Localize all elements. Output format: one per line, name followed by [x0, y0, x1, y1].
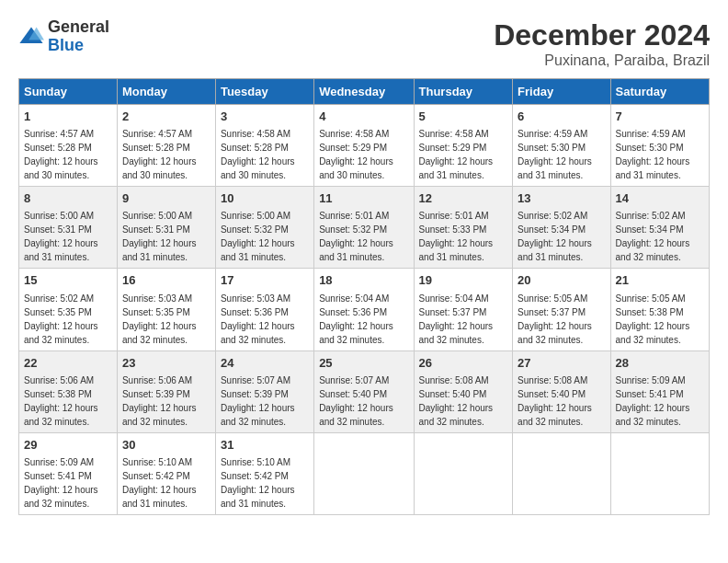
calendar-day-cell: 13Sunrise: 5:02 AMSunset: 5:34 PMDayligh… [513, 187, 610, 269]
calendar-day-cell: 3Sunrise: 4:58 AMSunset: 5:28 PMDaylight… [215, 105, 313, 187]
calendar-day-cell: 16Sunrise: 5:03 AMSunset: 5:35 PMDayligh… [117, 269, 215, 350]
day-number: 14 [616, 190, 704, 207]
logo-general: General [48, 18, 109, 37]
weekday-header-cell: Thursday [414, 79, 513, 105]
calendar-week-row: 22Sunrise: 5:06 AMSunset: 5:38 PMDayligh… [19, 350, 710, 432]
day-number: 2 [122, 109, 210, 125]
calendar-day-cell: 21Sunrise: 5:05 AMSunset: 5:38 PMDayligh… [610, 269, 709, 350]
calendar-day-cell: 27Sunrise: 5:08 AMSunset: 5:40 PMDayligh… [513, 350, 610, 432]
day-info: Sunrise: 4:59 AMSunset: 5:30 PMDaylight:… [518, 129, 592, 180]
day-number: 12 [419, 190, 508, 207]
day-number: 3 [221, 109, 309, 125]
calendar-day-cell: 8Sunrise: 5:00 AMSunset: 5:31 PMDaylight… [19, 187, 118, 269]
day-info: Sunrise: 5:03 AMSunset: 5:36 PMDaylight:… [221, 293, 295, 345]
day-number: 13 [518, 190, 605, 207]
day-info: Sunrise: 5:07 AMSunset: 5:40 PMDaylight:… [319, 375, 393, 427]
calendar-day-cell [314, 432, 414, 514]
header: General Blue December 2024 Puxinana, Par… [18, 18, 710, 69]
month-title: December 2024 [494, 18, 710, 52]
calendar-day-cell: 6Sunrise: 4:59 AMSunset: 5:30 PMDaylight… [513, 105, 610, 187]
calendar-day-cell: 17Sunrise: 5:03 AMSunset: 5:36 PMDayligh… [215, 269, 313, 350]
calendar-day-cell: 19Sunrise: 5:04 AMSunset: 5:37 PMDayligh… [414, 269, 513, 350]
day-info: Sunrise: 5:08 AMSunset: 5:40 PMDaylight:… [518, 375, 592, 427]
day-info: Sunrise: 5:07 AMSunset: 5:39 PMDaylight:… [221, 375, 295, 427]
weekday-header-cell: Saturday [610, 79, 709, 105]
weekday-header-row: SundayMondayTuesdayWednesdayThursdayFrid… [19, 79, 710, 105]
logo-text: General Blue [48, 18, 109, 55]
calendar-day-cell: 12Sunrise: 5:01 AMSunset: 5:33 PMDayligh… [414, 187, 513, 269]
day-number: 30 [122, 437, 210, 454]
day-number: 6 [518, 109, 605, 125]
day-info: Sunrise: 5:01 AMSunset: 5:32 PMDaylight:… [319, 211, 393, 262]
calendar-day-cell: 30Sunrise: 5:10 AMSunset: 5:42 PMDayligh… [117, 432, 215, 514]
day-number: 4 [319, 109, 408, 125]
calendar-day-cell: 18Sunrise: 5:04 AMSunset: 5:36 PMDayligh… [314, 269, 414, 350]
day-number: 17 [221, 272, 309, 289]
weekday-header-cell: Monday [117, 79, 215, 105]
day-info: Sunrise: 5:02 AMSunset: 5:35 PMDaylight:… [24, 293, 98, 345]
day-info: Sunrise: 5:09 AMSunset: 5:41 PMDaylight:… [616, 375, 690, 427]
calendar-day-cell [513, 432, 610, 514]
day-info: Sunrise: 5:03 AMSunset: 5:35 PMDaylight:… [122, 293, 197, 345]
day-number: 27 [518, 355, 605, 372]
day-number: 22 [24, 355, 112, 372]
day-number: 7 [616, 109, 704, 125]
day-info: Sunrise: 4:57 AMSunset: 5:28 PMDaylight:… [24, 129, 98, 180]
weekday-header-cell: Sunday [19, 79, 118, 105]
day-info: Sunrise: 5:05 AMSunset: 5:38 PMDaylight:… [616, 293, 690, 345]
day-info: Sunrise: 5:09 AMSunset: 5:41 PMDaylight:… [24, 457, 98, 509]
day-number: 20 [518, 272, 605, 289]
day-number: 24 [221, 355, 309, 372]
calendar-week-row: 15Sunrise: 5:02 AMSunset: 5:35 PMDayligh… [19, 269, 710, 350]
calendar-day-cell: 24Sunrise: 5:07 AMSunset: 5:39 PMDayligh… [215, 350, 313, 432]
day-number: 18 [319, 272, 408, 289]
location-title: Puxinana, Paraiba, Brazil [494, 52, 710, 69]
calendar-day-cell: 10Sunrise: 5:00 AMSunset: 5:32 PMDayligh… [215, 187, 313, 269]
calendar-day-cell: 22Sunrise: 5:06 AMSunset: 5:38 PMDayligh… [19, 350, 118, 432]
calendar-week-row: 8Sunrise: 5:00 AMSunset: 5:31 PMDaylight… [19, 187, 710, 269]
day-info: Sunrise: 4:57 AMSunset: 5:28 PMDaylight:… [122, 129, 197, 180]
calendar-body: 1Sunrise: 4:57 AMSunset: 5:28 PMDaylight… [19, 105, 710, 515]
day-number: 25 [319, 355, 408, 372]
day-number: 21 [616, 272, 704, 289]
calendar-day-cell [414, 432, 513, 514]
day-info: Sunrise: 5:06 AMSunset: 5:38 PMDaylight:… [24, 375, 98, 427]
day-number: 10 [221, 190, 309, 207]
day-info: Sunrise: 4:58 AMSunset: 5:29 PMDaylight:… [319, 129, 393, 180]
day-info: Sunrise: 5:02 AMSunset: 5:34 PMDaylight:… [518, 211, 592, 262]
day-info: Sunrise: 5:00 AMSunset: 5:31 PMDaylight:… [24, 211, 98, 262]
day-info: Sunrise: 5:10 AMSunset: 5:42 PMDaylight:… [221, 457, 295, 509]
calendar-day-cell [610, 432, 709, 514]
title-area: December 2024 Puxinana, Paraiba, Brazil [494, 18, 710, 69]
day-info: Sunrise: 4:58 AMSunset: 5:28 PMDaylight:… [221, 129, 295, 180]
calendar-day-cell: 1Sunrise: 4:57 AMSunset: 5:28 PMDaylight… [19, 105, 118, 187]
calendar-day-cell: 20Sunrise: 5:05 AMSunset: 5:37 PMDayligh… [513, 269, 610, 350]
day-info: Sunrise: 5:05 AMSunset: 5:37 PMDaylight:… [518, 293, 592, 345]
calendar-day-cell: 9Sunrise: 5:00 AMSunset: 5:31 PMDaylight… [117, 187, 215, 269]
calendar-day-cell: 7Sunrise: 4:59 AMSunset: 5:30 PMDaylight… [610, 105, 709, 187]
day-info: Sunrise: 5:10 AMSunset: 5:42 PMDaylight:… [122, 457, 197, 509]
logo-blue: Blue [48, 37, 109, 55]
calendar-day-cell: 23Sunrise: 5:06 AMSunset: 5:39 PMDayligh… [117, 350, 215, 432]
day-number: 31 [221, 437, 309, 454]
day-info: Sunrise: 5:01 AMSunset: 5:33 PMDaylight:… [419, 211, 494, 262]
calendar-day-cell: 11Sunrise: 5:01 AMSunset: 5:32 PMDayligh… [314, 187, 414, 269]
calendar-day-cell: 14Sunrise: 5:02 AMSunset: 5:34 PMDayligh… [610, 187, 709, 269]
day-number: 23 [122, 355, 210, 372]
day-number: 9 [122, 190, 210, 207]
calendar-day-cell: 4Sunrise: 4:58 AMSunset: 5:29 PMDaylight… [314, 105, 414, 187]
day-number: 11 [319, 190, 408, 207]
day-number: 29 [24, 437, 112, 454]
day-number: 28 [616, 355, 704, 372]
logo-icon [18, 24, 44, 50]
day-number: 15 [24, 272, 112, 289]
day-info: Sunrise: 4:58 AMSunset: 5:29 PMDaylight:… [419, 129, 494, 180]
day-info: Sunrise: 5:04 AMSunset: 5:37 PMDaylight:… [419, 293, 494, 345]
day-info: Sunrise: 4:59 AMSunset: 5:30 PMDaylight:… [616, 129, 690, 180]
calendar-day-cell: 28Sunrise: 5:09 AMSunset: 5:41 PMDayligh… [610, 350, 709, 432]
day-info: Sunrise: 5:02 AMSunset: 5:34 PMDaylight:… [616, 211, 690, 262]
calendar-day-cell: 5Sunrise: 4:58 AMSunset: 5:29 PMDaylight… [414, 105, 513, 187]
calendar-day-cell: 26Sunrise: 5:08 AMSunset: 5:40 PMDayligh… [414, 350, 513, 432]
day-info: Sunrise: 5:04 AMSunset: 5:36 PMDaylight:… [319, 293, 393, 345]
calendar-table: SundayMondayTuesdayWednesdayThursdayFrid… [18, 78, 710, 515]
